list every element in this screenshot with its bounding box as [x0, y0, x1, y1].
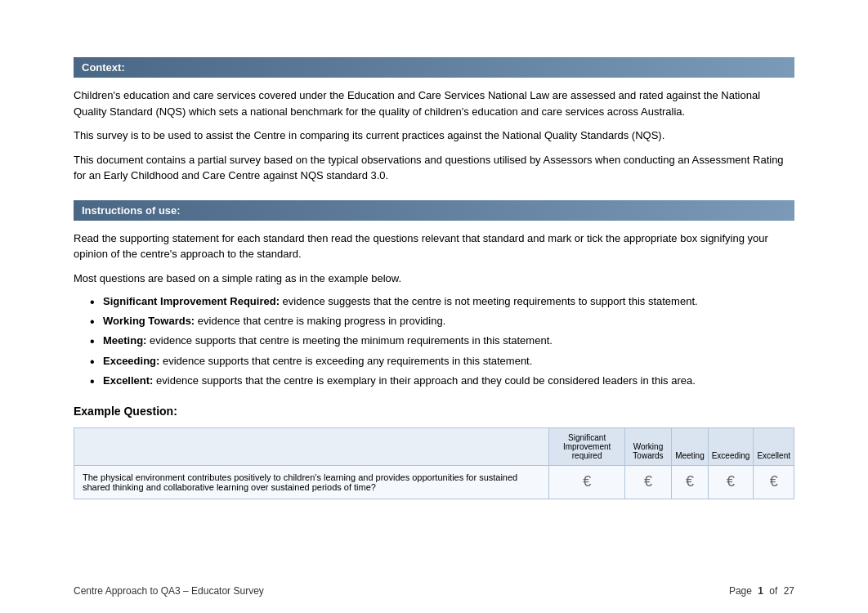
content-area: Context: Children's education and care s…: [0, 0, 868, 548]
radio-icon-working: €: [644, 473, 652, 490]
list-item: Working Towards: evidence that centre is…: [90, 314, 794, 329]
radio-working[interactable]: €: [624, 465, 671, 499]
footer-current-page: 1: [758, 585, 763, 597]
col-header-empty: [74, 427, 549, 465]
bullet-text-2: evidence supports that centre is meeting…: [146, 334, 552, 347]
col-header-excellent: Excellent: [754, 427, 794, 465]
bullet-list: Significant Improvement Required: eviden…: [90, 294, 794, 388]
bullet-label-0: Significant Improvement Required:: [103, 295, 280, 307]
instructions-header-label: Instructions of use:: [82, 204, 181, 217]
question-cell: The physical environment contributes pos…: [74, 465, 549, 499]
footer-of-label: of: [769, 585, 777, 597]
col-header-meeting: Meeting: [672, 427, 709, 465]
footer-survey-title: Centre Approach to QA3 – Educator Survey: [74, 585, 264, 597]
col-header-exceeding: Exceeding: [708, 427, 754, 465]
radio-icon-excellent: €: [770, 473, 778, 490]
bullet-label-3: Exceeding:: [103, 355, 159, 367]
page-info: Page 1 of 27: [729, 585, 794, 597]
bullet-text-4: evidence supports that the centre is exe…: [153, 374, 695, 387]
context-header: Context:: [74, 57, 794, 78]
col-header-working: Working Towards: [624, 427, 671, 465]
bullet-text-1: evidence that centre is making progress …: [195, 315, 445, 327]
list-item: Excellent: evidence supports that the ce…: [90, 374, 794, 388]
list-item: Significant Improvement Required: eviden…: [90, 294, 794, 309]
bullet-label-4: Excellent:: [103, 374, 153, 387]
page-container: Context: Children's education and care s…: [0, 0, 868, 613]
instructions-header: Instructions of use:: [74, 200, 794, 221]
example-section: Example Question: Significant Improvemen…: [74, 405, 794, 499]
footer-total-pages: 27: [784, 585, 794, 597]
list-item: Exceeding: evidence supports that centre…: [90, 354, 794, 369]
radio-icon-significant: €: [583, 473, 591, 490]
footer-page-label: Page: [729, 585, 752, 597]
radio-exceeding[interactable]: €: [708, 465, 754, 499]
radio-meeting[interactable]: €: [672, 465, 709, 499]
context-paragraph1: Children's education and care services c…: [74, 87, 794, 119]
radio-significant[interactable]: €: [549, 465, 624, 499]
footer: Centre Approach to QA3 – Educator Survey…: [0, 585, 868, 597]
bullet-text-3: evidence supports that centre is exceedi…: [159, 355, 532, 367]
radio-icon-meeting: €: [686, 473, 694, 490]
instructions-paragraph2: Most questions are based on a simple rat…: [74, 271, 794, 287]
list-item: Meeting: evidence supports that centre i…: [90, 333, 794, 348]
bullet-label-1: Working Towards:: [103, 315, 195, 327]
context-section: Context: Children's education and care s…: [74, 57, 794, 184]
bullet-label-2: Meeting:: [103, 334, 146, 347]
example-heading: Example Question:: [74, 405, 794, 418]
example-table: Significant Improvement required Working…: [74, 427, 794, 499]
instructions-section: Instructions of use: Read the supporting…: [74, 200, 794, 388]
context-paragraph2: This survey is to be used to assist the …: [74, 128, 794, 144]
instructions-paragraph1: Read the supporting statement for each s…: [74, 230, 794, 262]
bullet-text-0: evidence suggests that the centre is not…: [280, 295, 698, 307]
table-row: The physical environment contributes pos…: [74, 465, 794, 499]
context-header-label: Context:: [82, 61, 125, 74]
radio-icon-exceeding: €: [727, 473, 735, 490]
col-header-significant: Significant Improvement required: [549, 427, 624, 465]
radio-excellent[interactable]: €: [754, 465, 794, 499]
context-paragraph3: This document contains a partial survey …: [74, 152, 794, 184]
